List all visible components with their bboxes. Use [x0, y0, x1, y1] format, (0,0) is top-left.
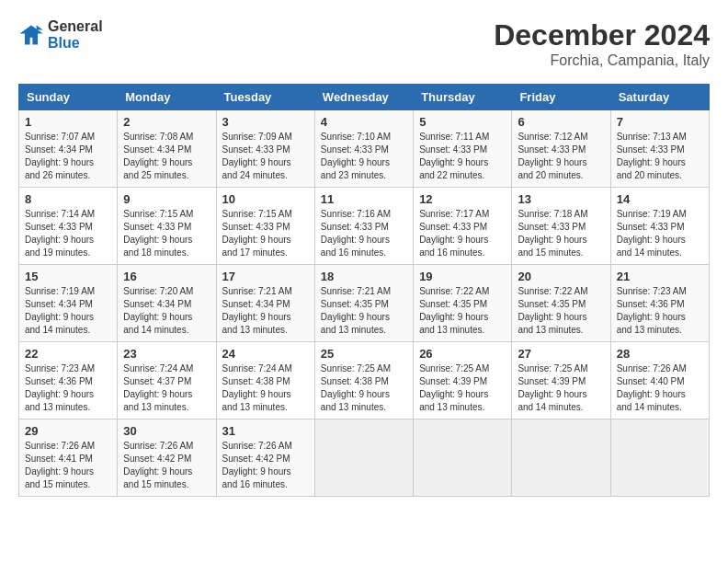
- day-number: 12: [419, 192, 506, 206]
- calendar-cell: 3 Sunrise: 7:09 AM Sunset: 4:33 PM Dayli…: [216, 110, 314, 188]
- calendar-week-row: 15 Sunrise: 7:19 AM Sunset: 4:34 PM Dayl…: [19, 265, 710, 342]
- calendar-cell: 30 Sunrise: 7:26 AM Sunset: 4:42 PM Dayl…: [118, 419, 216, 497]
- day-info: Sunrise: 7:07 AM Sunset: 4:34 PM Dayligh…: [25, 131, 111, 182]
- day-header-friday: Friday: [512, 85, 610, 110]
- day-header-monday: Monday: [118, 85, 216, 110]
- calendar-cell: 14 Sunrise: 7:19 AM Sunset: 4:33 PM Dayl…: [610, 188, 709, 265]
- svg-marker-1: [37, 26, 43, 30]
- day-number: 6: [518, 115, 604, 129]
- calendar-cell: 8 Sunrise: 7:14 AM Sunset: 4:33 PM Dayli…: [19, 188, 118, 265]
- calendar-cell: 22 Sunrise: 7:23 AM Sunset: 4:36 PM Dayl…: [19, 342, 118, 419]
- day-number: 18: [321, 270, 407, 283]
- day-info: Sunrise: 7:24 AM Sunset: 4:37 PM Dayligh…: [123, 362, 210, 414]
- day-number: 2: [123, 115, 210, 129]
- calendar-cell: 1 Sunrise: 7:07 AM Sunset: 4:34 PM Dayli…: [19, 110, 118, 188]
- calendar-cell: 28 Sunrise: 7:26 AM Sunset: 4:40 PM Dayl…: [610, 342, 709, 419]
- calendar-week-row: 29 Sunrise: 7:26 AM Sunset: 4:41 PM Dayl…: [19, 419, 710, 497]
- calendar-week-row: 8 Sunrise: 7:14 AM Sunset: 4:33 PM Dayli…: [19, 188, 710, 265]
- day-number: 14: [617, 192, 703, 206]
- day-number: 17: [222, 270, 309, 283]
- day-header-tuesday: Tuesday: [216, 85, 314, 110]
- calendar-week-row: 1 Sunrise: 7:07 AM Sunset: 4:34 PM Dayli…: [19, 110, 710, 188]
- day-header-saturday: Saturday: [610, 85, 709, 110]
- location: Forchia, Campania, Italy: [494, 52, 710, 69]
- day-number: 16: [123, 270, 210, 283]
- day-header-wednesday: Wednesday: [314, 85, 413, 110]
- day-info: Sunrise: 7:21 AM Sunset: 4:35 PM Dayligh…: [321, 285, 407, 337]
- day-info: Sunrise: 7:19 AM Sunset: 4:33 PM Dayligh…: [617, 208, 703, 259]
- day-number: 24: [222, 347, 309, 361]
- calendar-cell: 31 Sunrise: 7:26 AM Sunset: 4:42 PM Dayl…: [216, 419, 314, 497]
- day-number: 19: [419, 270, 506, 283]
- day-header-sunday: Sunday: [19, 85, 118, 110]
- calendar-cell: 17 Sunrise: 7:21 AM Sunset: 4:34 PM Dayl…: [216, 265, 314, 342]
- calendar-cell: 12 Sunrise: 7:17 AM Sunset: 4:33 PM Dayl…: [414, 188, 512, 265]
- calendar-cell: 9 Sunrise: 7:15 AM Sunset: 4:33 PM Dayli…: [118, 188, 216, 265]
- day-number: 5: [419, 115, 506, 129]
- calendar-cell: 11 Sunrise: 7:16 AM Sunset: 4:33 PM Dayl…: [314, 188, 413, 265]
- day-info: Sunrise: 7:11 AM Sunset: 4:33 PM Dayligh…: [419, 131, 506, 182]
- calendar-cell: 20 Sunrise: 7:22 AM Sunset: 4:35 PM Dayl…: [512, 265, 610, 342]
- day-info: Sunrise: 7:26 AM Sunset: 4:42 PM Dayligh…: [123, 440, 210, 491]
- day-number: 22: [25, 347, 111, 361]
- day-number: 3: [222, 115, 309, 129]
- day-number: 8: [25, 192, 111, 206]
- day-info: Sunrise: 7:22 AM Sunset: 4:35 PM Dayligh…: [419, 285, 506, 337]
- day-number: 27: [518, 347, 604, 361]
- calendar-cell: 2 Sunrise: 7:08 AM Sunset: 4:34 PM Dayli…: [118, 110, 216, 188]
- calendar-week-row: 22 Sunrise: 7:23 AM Sunset: 4:36 PM Dayl…: [19, 342, 710, 419]
- calendar-header-row: SundayMondayTuesdayWednesdayThursdayFrid…: [19, 85, 710, 110]
- day-info: Sunrise: 7:26 AM Sunset: 4:42 PM Dayligh…: [222, 440, 309, 491]
- calendar-cell: 26 Sunrise: 7:25 AM Sunset: 4:39 PM Dayl…: [414, 342, 512, 419]
- day-info: Sunrise: 7:15 AM Sunset: 4:33 PM Dayligh…: [123, 208, 210, 259]
- day-number: 29: [25, 424, 111, 438]
- day-info: Sunrise: 7:26 AM Sunset: 4:40 PM Dayligh…: [617, 362, 703, 414]
- calendar-cell: 21 Sunrise: 7:23 AM Sunset: 4:36 PM Dayl…: [610, 265, 709, 342]
- day-info: Sunrise: 7:20 AM Sunset: 4:34 PM Dayligh…: [123, 285, 210, 337]
- day-number: 25: [321, 347, 407, 361]
- calendar-cell: 15 Sunrise: 7:19 AM Sunset: 4:34 PM Dayl…: [19, 265, 118, 342]
- calendar-cell: 29 Sunrise: 7:26 AM Sunset: 4:41 PM Dayl…: [19, 419, 118, 497]
- calendar-cell: 13 Sunrise: 7:18 AM Sunset: 4:33 PM Dayl…: [512, 188, 610, 265]
- day-info: Sunrise: 7:10 AM Sunset: 4:33 PM Dayligh…: [321, 131, 407, 182]
- day-info: Sunrise: 7:17 AM Sunset: 4:33 PM Dayligh…: [419, 208, 506, 259]
- day-number: 11: [321, 192, 407, 206]
- day-number: 28: [617, 347, 703, 361]
- day-info: Sunrise: 7:15 AM Sunset: 4:33 PM Dayligh…: [222, 208, 309, 259]
- day-info: Sunrise: 7:25 AM Sunset: 4:39 PM Dayligh…: [419, 362, 506, 414]
- day-number: 10: [222, 192, 309, 206]
- calendar-cell: [414, 419, 512, 497]
- calendar-cell: [314, 419, 413, 497]
- calendar-cell: 10 Sunrise: 7:15 AM Sunset: 4:33 PM Dayl…: [216, 188, 314, 265]
- day-number: 20: [518, 270, 604, 283]
- day-info: Sunrise: 7:21 AM Sunset: 4:34 PM Dayligh…: [222, 285, 309, 337]
- day-info: Sunrise: 7:08 AM Sunset: 4:34 PM Dayligh…: [123, 131, 210, 182]
- day-info: Sunrise: 7:22 AM Sunset: 4:35 PM Dayligh…: [518, 285, 604, 337]
- day-number: 21: [617, 270, 703, 283]
- day-number: 15: [25, 270, 111, 283]
- day-info: Sunrise: 7:18 AM Sunset: 4:33 PM Dayligh…: [518, 208, 604, 259]
- day-info: Sunrise: 7:23 AM Sunset: 4:36 PM Dayligh…: [617, 285, 703, 337]
- logo-text: General Blue: [48, 18, 103, 52]
- calendar-cell: 7 Sunrise: 7:13 AM Sunset: 4:33 PM Dayli…: [610, 110, 709, 188]
- day-number: 1: [25, 115, 111, 129]
- logo-icon: [18, 22, 44, 48]
- calendar-cell: 25 Sunrise: 7:25 AM Sunset: 4:38 PM Dayl…: [314, 342, 413, 419]
- day-info: Sunrise: 7:12 AM Sunset: 4:33 PM Dayligh…: [518, 131, 604, 182]
- day-info: Sunrise: 7:19 AM Sunset: 4:34 PM Dayligh…: [25, 285, 111, 337]
- day-info: Sunrise: 7:16 AM Sunset: 4:33 PM Dayligh…: [321, 208, 407, 259]
- day-number: 4: [321, 115, 407, 129]
- logo: General Blue: [18, 18, 103, 52]
- day-info: Sunrise: 7:25 AM Sunset: 4:39 PM Dayligh…: [518, 362, 604, 414]
- calendar-cell: 24 Sunrise: 7:24 AM Sunset: 4:38 PM Dayl…: [216, 342, 314, 419]
- day-info: Sunrise: 7:26 AM Sunset: 4:41 PM Dayligh…: [25, 440, 111, 491]
- day-info: Sunrise: 7:24 AM Sunset: 4:38 PM Dayligh…: [222, 362, 309, 414]
- calendar-table: SundayMondayTuesdayWednesdayThursdayFrid…: [18, 84, 710, 497]
- day-number: 31: [222, 424, 309, 438]
- day-info: Sunrise: 7:14 AM Sunset: 4:33 PM Dayligh…: [25, 208, 111, 259]
- day-header-thursday: Thursday: [414, 85, 512, 110]
- day-number: 30: [123, 424, 210, 438]
- day-info: Sunrise: 7:13 AM Sunset: 4:33 PM Dayligh…: [617, 131, 703, 182]
- calendar-cell: 23 Sunrise: 7:24 AM Sunset: 4:37 PM Dayl…: [118, 342, 216, 419]
- day-number: 23: [123, 347, 210, 361]
